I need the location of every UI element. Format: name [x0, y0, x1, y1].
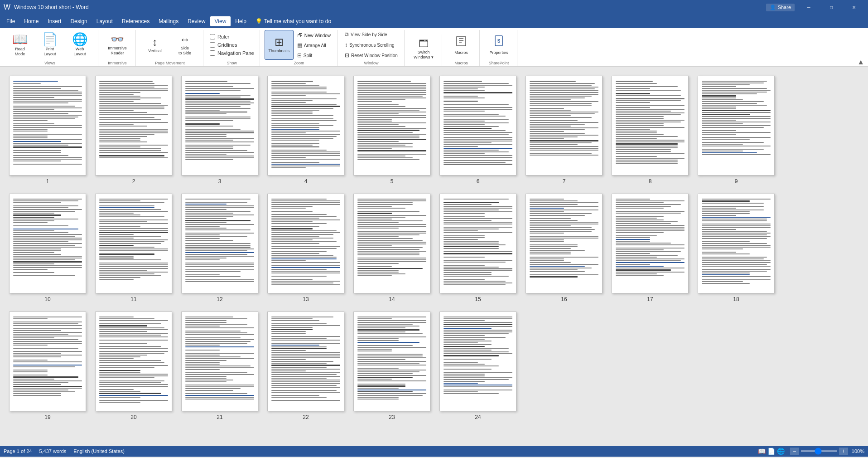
print-layout-button[interactable]: 📄 PrintLayout	[35, 30, 64, 60]
side-to-side-button[interactable]: ↔ Sideto Side	[170, 30, 199, 60]
web-layout-status-icon[interactable]: 🌐	[777, 448, 785, 455]
gridlines-input[interactable]	[210, 42, 215, 48]
gridlines-checkbox[interactable]: Gridlines	[208, 42, 256, 48]
menu-mailings[interactable]: Mailings	[154, 16, 183, 26]
page-thumb-4[interactable]: 4	[267, 76, 344, 185]
menu-insert[interactable]: Insert	[43, 16, 66, 26]
properties-label: Properties	[489, 50, 508, 55]
page-thumb-24[interactable]: 24	[439, 312, 516, 420]
status-bar: Page 1 of 24 5,437 words English (United…	[0, 446, 868, 457]
vertical-icon: ↕	[152, 37, 158, 48]
page-thumb-17[interactable]: 17	[612, 194, 689, 302]
page-thumb-12[interactable]: 12	[181, 194, 258, 302]
menu-layout[interactable]: Layout	[92, 16, 117, 26]
page-thumb-13[interactable]: 13	[267, 194, 344, 302]
view-side-by-side-icon: ⧉	[345, 31, 349, 38]
page-thumb-23[interactable]: 23	[353, 312, 430, 420]
menu-design[interactable]: Design	[66, 16, 92, 26]
share-button[interactable]: 👤 Share	[766, 4, 795, 11]
menu-file[interactable]: File	[2, 16, 19, 26]
web-layout-label: WebLayout	[73, 47, 86, 57]
zoom-in-button[interactable]: +	[839, 448, 848, 455]
page-thumb-9[interactable]: 9	[698, 76, 775, 185]
macros-button[interactable]: Macros	[447, 30, 476, 60]
page-thumb-8[interactable]: 8	[612, 76, 689, 185]
ribbon-group-views: 📖 ReadMode 📄 PrintLayout 🌐 WebLayout Vie…	[2, 30, 98, 66]
menu-help[interactable]: Help	[231, 16, 251, 26]
page-thumb-5[interactable]: 5	[353, 76, 430, 185]
web-layout-button[interactable]: 🌐 WebLayout	[65, 30, 94, 60]
zoom-slider[interactable]	[801, 450, 837, 452]
language: English (United States)	[73, 448, 125, 454]
read-mode-label: ReadMode	[15, 47, 25, 57]
sync-scrolling-button[interactable]: ↕ Synchronous Scrolling	[342, 40, 400, 49]
menu-view[interactable]: View	[210, 16, 231, 26]
page-thumb-22[interactable]: 22	[267, 312, 344, 420]
word-count: 5,437 words	[39, 448, 66, 454]
minimize-button[interactable]: ─	[798, 0, 819, 15]
navigation-pane-checkbox[interactable]: Navigation Pane	[208, 50, 256, 56]
switch-windows-icon: 🗔	[419, 39, 429, 49]
ribbon-scroll-right[interactable]: ▲	[857, 58, 866, 66]
page-thumb-20[interactable]: 20	[95, 312, 172, 420]
page-thumb-21[interactable]: 21	[181, 312, 258, 420]
arrange-all-button[interactable]: ▦ Arrange All	[294, 41, 333, 50]
split-button[interactable]: ⊟ Split	[294, 51, 333, 60]
page-number-1: 1	[46, 178, 49, 185]
menu-search[interactable]: 💡 Tell me what you want to do	[251, 16, 336, 26]
thumbnails-icon: ⊞	[275, 37, 284, 48]
immersive-reader-button[interactable]: 👓 ImmersiveReader	[103, 30, 132, 60]
page-number-19: 19	[44, 414, 50, 420]
vertical-label: Vertical	[148, 49, 162, 54]
properties-button[interactable]: S Properties	[484, 30, 513, 60]
ribbon-group-immersive: 👓 ImmersiveReader Immersive	[99, 30, 136, 66]
ribbon-group-switch: 🗔 SwitchWindows ▾	[405, 34, 442, 66]
word-icon: W	[4, 3, 10, 11]
maximize-button[interactable]: □	[821, 0, 842, 15]
page-number-7: 7	[563, 178, 566, 185]
page-thumb-14[interactable]: 14	[353, 194, 430, 302]
print-layout-icon: 📄	[42, 33, 58, 46]
page-thumb-3[interactable]: 3	[181, 76, 258, 185]
new-window-button[interactable]: 🗗 New Window	[294, 31, 333, 40]
page-thumb-2[interactable]: 2	[95, 76, 172, 185]
vertical-button[interactable]: ↕ Vertical	[140, 30, 169, 60]
page-thumb-6[interactable]: 6	[439, 76, 516, 185]
page-thumb-11[interactable]: 11	[95, 194, 172, 302]
menu-review[interactable]: Review	[183, 16, 210, 26]
reset-window-button[interactable]: ⊡ Reset Window Position	[342, 51, 400, 60]
page-thumb-10[interactable]: 10	[9, 194, 86, 302]
read-mode-status-icon[interactable]: 📖	[758, 448, 766, 455]
print-layout-status-icon[interactable]: 📄	[767, 448, 775, 455]
ribbon: 📖 ReadMode 📄 PrintLayout 🌐 WebLayout Vie…	[0, 28, 868, 67]
menu-home[interactable]: Home	[19, 16, 43, 26]
thumbnails-label: Thumbnails	[268, 49, 289, 54]
page-thumb-1[interactable]: 1	[9, 76, 86, 185]
page-thumb-15[interactable]: 15	[439, 194, 516, 302]
page-thumb-19[interactable]: 19	[9, 312, 86, 420]
page-info: Page 1 of 24	[4, 448, 32, 454]
page-number-6: 6	[477, 178, 480, 185]
ruler-input[interactable]	[210, 34, 215, 39]
immersive-group-label: Immersive	[103, 61, 132, 65]
arrange-all-icon: ▦	[297, 42, 302, 49]
switch-windows-button[interactable]: 🗔 SwitchWindows ▾	[409, 34, 438, 64]
menu-references[interactable]: References	[117, 16, 154, 26]
zoom-out-button[interactable]: −	[790, 448, 799, 455]
page-thumb-18[interactable]: 18	[698, 194, 775, 302]
sync-scrolling-label: Synchronous Scrolling	[349, 43, 395, 48]
ribbon-scroll-icon[interactable]: ▲	[857, 58, 864, 66]
page-thumb-7[interactable]: 7	[526, 76, 603, 185]
arrange-all-label: Arrange All	[304, 43, 326, 48]
ruler-checkbox[interactable]: Ruler	[208, 34, 256, 40]
page-number-14: 14	[389, 296, 395, 302]
read-mode-button[interactable]: 📖 ReadMode	[5, 30, 34, 60]
app-title: Windows 10 short short - Word	[14, 4, 89, 10]
close-button[interactable]: ✕	[844, 0, 864, 15]
page-thumb-16[interactable]: 16	[526, 194, 603, 302]
navigation-pane-input[interactable]	[210, 50, 215, 56]
view-side-by-side-button[interactable]: ⧉ View Side by Side	[342, 30, 400, 39]
navigation-pane-label: Navigation Pane	[217, 50, 254, 56]
thumbnails-button[interactable]: ⊞ Thumbnails	[265, 30, 294, 60]
view-side-by-side-label: View Side by Side	[351, 32, 387, 37]
